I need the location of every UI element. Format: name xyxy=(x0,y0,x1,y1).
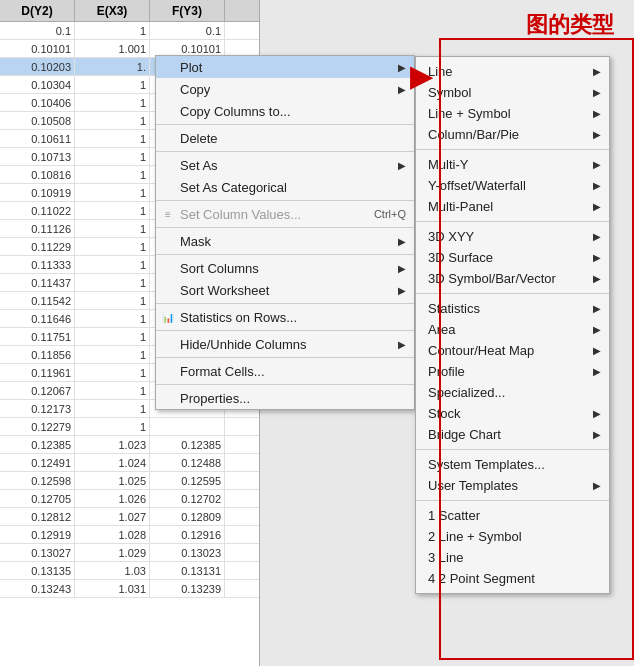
table-cell: 0.11437 xyxy=(0,274,75,291)
table-cell: 1 xyxy=(75,382,150,399)
menu-item-statistics-on-rows---[interactable]: 📊 Statistics on Rows... xyxy=(156,306,414,328)
table-cell: 1.029 xyxy=(75,544,150,561)
sheet-header: D(Y2) E(X3) F(Y3) xyxy=(0,0,259,22)
table-cell: 1 xyxy=(75,112,150,129)
table-cell: 0.11022 xyxy=(0,202,75,219)
table-cell: 0.11646 xyxy=(0,310,75,327)
submenu-item-system-templates---[interactable]: System Templates... xyxy=(416,454,609,475)
menu-item-set-as[interactable]: Set As ▶ xyxy=(156,154,414,176)
submenu-item-statistics[interactable]: Statistics ▶ xyxy=(416,298,609,319)
table-cell: 0.12702 xyxy=(150,490,225,507)
col-header-d[interactable]: D(Y2) xyxy=(0,0,75,21)
table-row: 0.123851.0230.12385 xyxy=(0,436,259,454)
table-cell: 0.12491 xyxy=(0,454,75,471)
submenu-item-3d-xyy[interactable]: 3D XYY ▶ xyxy=(416,226,609,247)
menu-item-set-as-categorical[interactable]: Set As Categorical xyxy=(156,176,414,198)
table-cell: 1.031 xyxy=(75,580,150,597)
table-cell: 1.027 xyxy=(75,508,150,525)
table-cell: 1.026 xyxy=(75,490,150,507)
table-row: 0.125981.0250.12595 xyxy=(0,472,259,490)
table-cell: 1 xyxy=(75,238,150,255)
menu-item-delete[interactable]: Delete xyxy=(156,127,414,149)
table-cell: 0.10406 xyxy=(0,94,75,111)
submenu-divider xyxy=(416,500,609,501)
menu-item-plot[interactable]: Plot ▶ xyxy=(156,56,414,78)
table-cell: 0.13135 xyxy=(0,562,75,579)
menu-item-sort-columns[interactable]: Sort Columns ▶ xyxy=(156,257,414,279)
table-cell: 0.10101 xyxy=(0,40,75,57)
table-cell: 1 xyxy=(75,292,150,309)
menu-item-sort-worksheet[interactable]: Sort Worksheet ▶ xyxy=(156,279,414,301)
submenu-divider xyxy=(416,221,609,222)
menu-item-copy[interactable]: Copy ▶ xyxy=(156,78,414,100)
submenu-item-user-templates[interactable]: User Templates ▶ xyxy=(416,475,609,496)
submenu-item-area[interactable]: Area ▶ xyxy=(416,319,609,340)
submenu-item-contour-heat-map[interactable]: Contour/Heat Map ▶ xyxy=(416,340,609,361)
table-cell: 1.028 xyxy=(75,526,150,543)
table-cell: 0.10919 xyxy=(0,184,75,201)
table-cell: 0.10508 xyxy=(0,112,75,129)
col-header-e[interactable]: E(X3) xyxy=(75,0,150,21)
table-cell: 1 xyxy=(75,94,150,111)
table-cell: 0.12598 xyxy=(0,472,75,489)
chart-type-title: 图的类型 xyxy=(526,10,614,40)
submenu-item-1-scatter[interactable]: 1 Scatter xyxy=(416,505,609,526)
table-cell: 1 xyxy=(75,184,150,201)
menu-divider xyxy=(156,357,414,358)
menu-item-copy-columns-to---[interactable]: Copy Columns to... xyxy=(156,100,414,122)
table-cell: 1 xyxy=(75,130,150,147)
table-cell: 0.12385 xyxy=(150,436,225,453)
table-cell: 1. xyxy=(75,58,150,75)
submenu-item-line---symbol[interactable]: Line + Symbol ▶ xyxy=(416,103,609,124)
submenu-item-column-bar-pie[interactable]: Column/Bar/Pie ▶ xyxy=(416,124,609,145)
table-cell: 1 xyxy=(75,364,150,381)
table-cell: 1 xyxy=(75,220,150,237)
table-cell: 1 xyxy=(75,346,150,363)
table-row: 0.130271.0290.13023 xyxy=(0,544,259,562)
menu-divider xyxy=(156,330,414,331)
submenu-item-4-2-point-segment[interactable]: 4 2 Point Segment xyxy=(416,568,609,589)
table-cell: 0.10816 xyxy=(0,166,75,183)
col-header-f[interactable]: F(Y3) xyxy=(150,0,225,21)
table-cell: 0.11542 xyxy=(0,292,75,309)
menu-divider xyxy=(156,124,414,125)
context-menu[interactable]: Plot ▶ Copy ▶ Copy Columns to... Delete … xyxy=(155,55,415,410)
menu-item-mask[interactable]: Mask ▶ xyxy=(156,230,414,252)
submenu-item-bridge-chart[interactable]: Bridge Chart ▶ xyxy=(416,424,609,445)
submenu-item-profile[interactable]: Profile ▶ xyxy=(416,361,609,382)
table-row: 0.132431.0310.13239 xyxy=(0,580,259,598)
table-cell: 0.12279 xyxy=(0,418,75,435)
table-cell: 0.12385 xyxy=(0,436,75,453)
table-cell: 1 xyxy=(75,310,150,327)
menu-item-format-cells---[interactable]: Format Cells... xyxy=(156,360,414,382)
table-row: 0.124911.0240.12488 xyxy=(0,454,259,472)
submenu-item-specialized---[interactable]: Specialized... xyxy=(416,382,609,403)
submenu-item-2-line---symbol[interactable]: 2 Line + Symbol xyxy=(416,526,609,547)
table-cell: 1 xyxy=(75,274,150,291)
menu-item-hide-unhide-columns[interactable]: Hide/Unhide Columns ▶ xyxy=(156,333,414,355)
plot-submenu[interactable]: Line ▶ Symbol ▶ Line + Symbol ▶ Column/B… xyxy=(415,56,610,594)
submenu-item-y-offset-waterfall[interactable]: Y-offset/Waterfall ▶ xyxy=(416,175,609,196)
submenu-item-3d-surface[interactable]: 3D Surface ▶ xyxy=(416,247,609,268)
table-cell: 0.12809 xyxy=(150,508,225,525)
table-cell xyxy=(150,418,225,435)
table-cell: 1 xyxy=(75,76,150,93)
submenu-item-multi-panel[interactable]: Multi-Panel ▶ xyxy=(416,196,609,217)
submenu-item-stock[interactable]: Stock ▶ xyxy=(416,403,609,424)
menu-divider xyxy=(156,303,414,304)
table-cell: 0.12173 xyxy=(0,400,75,417)
table-cell: 0.13239 xyxy=(150,580,225,597)
submenu-item-3-line[interactable]: 3 Line xyxy=(416,547,609,568)
submenu-item-3d-symbol-bar-vector[interactable]: 3D Symbol/Bar/Vector ▶ xyxy=(416,268,609,289)
table-cell: 0.11126 xyxy=(0,220,75,237)
table-cell: 1 xyxy=(75,22,150,39)
submenu-item-line[interactable]: Line ▶ xyxy=(416,61,609,82)
menu-divider xyxy=(156,151,414,152)
submenu-item-multi-y[interactable]: Multi-Y ▶ xyxy=(416,154,609,175)
table-cell: 0.11751 xyxy=(0,328,75,345)
submenu-item-symbol[interactable]: Symbol ▶ xyxy=(416,82,609,103)
menu-item-properties---[interactable]: Properties... xyxy=(156,387,414,409)
submenu-divider xyxy=(416,149,609,150)
table-cell: 0.1 xyxy=(150,22,225,39)
table-cell: 1.024 xyxy=(75,454,150,471)
